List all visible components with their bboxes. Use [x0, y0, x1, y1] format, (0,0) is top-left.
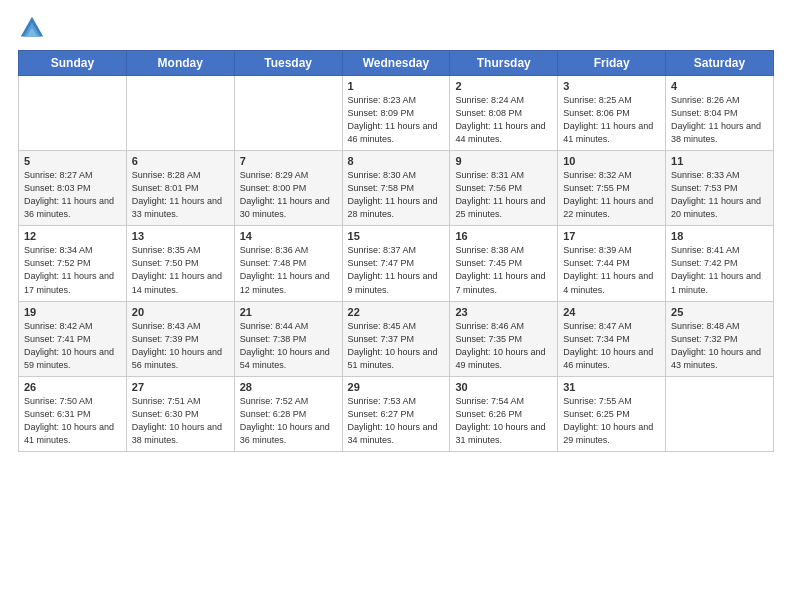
day-info: Sunrise: 8:41 AM Sunset: 7:42 PM Dayligh…	[671, 244, 768, 296]
calendar-day-cell: 31Sunrise: 7:55 AM Sunset: 6:25 PM Dayli…	[558, 376, 666, 451]
day-number: 21	[240, 306, 337, 318]
day-info: Sunrise: 7:53 AM Sunset: 6:27 PM Dayligh…	[348, 395, 445, 447]
day-number: 27	[132, 381, 229, 393]
day-info: Sunrise: 7:55 AM Sunset: 6:25 PM Dayligh…	[563, 395, 660, 447]
calendar-day-cell: 15Sunrise: 8:37 AM Sunset: 7:47 PM Dayli…	[342, 226, 450, 301]
day-header-tuesday: Tuesday	[234, 51, 342, 76]
day-number: 6	[132, 155, 229, 167]
day-info: Sunrise: 8:23 AM Sunset: 8:09 PM Dayligh…	[348, 94, 445, 146]
day-info: Sunrise: 7:50 AM Sunset: 6:31 PM Dayligh…	[24, 395, 121, 447]
day-number: 15	[348, 230, 445, 242]
day-info: Sunrise: 8:47 AM Sunset: 7:34 PM Dayligh…	[563, 320, 660, 372]
day-info: Sunrise: 8:24 AM Sunset: 8:08 PM Dayligh…	[455, 94, 552, 146]
calendar-day-cell: 13Sunrise: 8:35 AM Sunset: 7:50 PM Dayli…	[126, 226, 234, 301]
day-info: Sunrise: 8:45 AM Sunset: 7:37 PM Dayligh…	[348, 320, 445, 372]
calendar-day-cell: 27Sunrise: 7:51 AM Sunset: 6:30 PM Dayli…	[126, 376, 234, 451]
calendar-day-cell: 16Sunrise: 8:38 AM Sunset: 7:45 PM Dayli…	[450, 226, 558, 301]
day-number: 25	[671, 306, 768, 318]
day-number: 23	[455, 306, 552, 318]
day-number: 19	[24, 306, 121, 318]
calendar-week-row: 26Sunrise: 7:50 AM Sunset: 6:31 PM Dayli…	[19, 376, 774, 451]
day-number: 9	[455, 155, 552, 167]
calendar-day-cell: 21Sunrise: 8:44 AM Sunset: 7:38 PM Dayli…	[234, 301, 342, 376]
calendar-day-cell: 19Sunrise: 8:42 AM Sunset: 7:41 PM Dayli…	[19, 301, 127, 376]
calendar-day-cell: 9Sunrise: 8:31 AM Sunset: 7:56 PM Daylig…	[450, 151, 558, 226]
calendar-day-cell: 4Sunrise: 8:26 AM Sunset: 8:04 PM Daylig…	[666, 76, 774, 151]
header	[18, 10, 774, 42]
day-info: Sunrise: 8:29 AM Sunset: 8:00 PM Dayligh…	[240, 169, 337, 221]
day-info: Sunrise: 8:28 AM Sunset: 8:01 PM Dayligh…	[132, 169, 229, 221]
day-number: 7	[240, 155, 337, 167]
day-number: 12	[24, 230, 121, 242]
calendar-day-cell: 18Sunrise: 8:41 AM Sunset: 7:42 PM Dayli…	[666, 226, 774, 301]
day-info: Sunrise: 8:34 AM Sunset: 7:52 PM Dayligh…	[24, 244, 121, 296]
day-number: 14	[240, 230, 337, 242]
day-info: Sunrise: 8:43 AM Sunset: 7:39 PM Dayligh…	[132, 320, 229, 372]
day-number: 4	[671, 80, 768, 92]
day-info: Sunrise: 7:51 AM Sunset: 6:30 PM Dayligh…	[132, 395, 229, 447]
day-info: Sunrise: 8:36 AM Sunset: 7:48 PM Dayligh…	[240, 244, 337, 296]
day-info: Sunrise: 8:33 AM Sunset: 7:53 PM Dayligh…	[671, 169, 768, 221]
day-number: 29	[348, 381, 445, 393]
calendar-week-row: 1Sunrise: 8:23 AM Sunset: 8:09 PM Daylig…	[19, 76, 774, 151]
calendar-day-cell: 17Sunrise: 8:39 AM Sunset: 7:44 PM Dayli…	[558, 226, 666, 301]
day-number: 20	[132, 306, 229, 318]
calendar-day-cell: 5Sunrise: 8:27 AM Sunset: 8:03 PM Daylig…	[19, 151, 127, 226]
day-number: 8	[348, 155, 445, 167]
calendar-day-cell: 30Sunrise: 7:54 AM Sunset: 6:26 PM Dayli…	[450, 376, 558, 451]
day-info: Sunrise: 8:26 AM Sunset: 8:04 PM Dayligh…	[671, 94, 768, 146]
day-number: 31	[563, 381, 660, 393]
day-header-monday: Monday	[126, 51, 234, 76]
calendar-day-cell: 20Sunrise: 8:43 AM Sunset: 7:39 PM Dayli…	[126, 301, 234, 376]
calendar-empty-cell	[234, 76, 342, 151]
day-info: Sunrise: 7:54 AM Sunset: 6:26 PM Dayligh…	[455, 395, 552, 447]
calendar-day-cell: 24Sunrise: 8:47 AM Sunset: 7:34 PM Dayli…	[558, 301, 666, 376]
day-number: 30	[455, 381, 552, 393]
day-info: Sunrise: 8:39 AM Sunset: 7:44 PM Dayligh…	[563, 244, 660, 296]
calendar-day-cell: 22Sunrise: 8:45 AM Sunset: 7:37 PM Dayli…	[342, 301, 450, 376]
day-info: Sunrise: 8:37 AM Sunset: 7:47 PM Dayligh…	[348, 244, 445, 296]
day-number: 10	[563, 155, 660, 167]
calendar-day-cell: 10Sunrise: 8:32 AM Sunset: 7:55 PM Dayli…	[558, 151, 666, 226]
day-number: 16	[455, 230, 552, 242]
calendar-day-cell: 3Sunrise: 8:25 AM Sunset: 8:06 PM Daylig…	[558, 76, 666, 151]
day-number: 3	[563, 80, 660, 92]
day-number: 13	[132, 230, 229, 242]
calendar-empty-cell	[19, 76, 127, 151]
calendar-day-cell: 12Sunrise: 8:34 AM Sunset: 7:52 PM Dayli…	[19, 226, 127, 301]
day-number: 22	[348, 306, 445, 318]
day-number: 5	[24, 155, 121, 167]
calendar-empty-cell	[666, 376, 774, 451]
calendar-day-cell: 11Sunrise: 8:33 AM Sunset: 7:53 PM Dayli…	[666, 151, 774, 226]
calendar-day-cell: 6Sunrise: 8:28 AM Sunset: 8:01 PM Daylig…	[126, 151, 234, 226]
day-header-saturday: Saturday	[666, 51, 774, 76]
day-info: Sunrise: 8:35 AM Sunset: 7:50 PM Dayligh…	[132, 244, 229, 296]
day-number: 18	[671, 230, 768, 242]
calendar-day-cell: 29Sunrise: 7:53 AM Sunset: 6:27 PM Dayli…	[342, 376, 450, 451]
day-info: Sunrise: 7:52 AM Sunset: 6:28 PM Dayligh…	[240, 395, 337, 447]
calendar-day-cell: 23Sunrise: 8:46 AM Sunset: 7:35 PM Dayli…	[450, 301, 558, 376]
day-number: 2	[455, 80, 552, 92]
day-number: 24	[563, 306, 660, 318]
day-header-sunday: Sunday	[19, 51, 127, 76]
calendar-day-cell: 14Sunrise: 8:36 AM Sunset: 7:48 PM Dayli…	[234, 226, 342, 301]
logo	[18, 14, 50, 42]
day-info: Sunrise: 8:38 AM Sunset: 7:45 PM Dayligh…	[455, 244, 552, 296]
page: SundayMondayTuesdayWednesdayThursdayFrid…	[0, 0, 792, 612]
day-info: Sunrise: 8:48 AM Sunset: 7:32 PM Dayligh…	[671, 320, 768, 372]
day-number: 17	[563, 230, 660, 242]
day-info: Sunrise: 8:42 AM Sunset: 7:41 PM Dayligh…	[24, 320, 121, 372]
day-number: 26	[24, 381, 121, 393]
calendar-week-row: 19Sunrise: 8:42 AM Sunset: 7:41 PM Dayli…	[19, 301, 774, 376]
day-number: 28	[240, 381, 337, 393]
day-info: Sunrise: 8:44 AM Sunset: 7:38 PM Dayligh…	[240, 320, 337, 372]
calendar-day-cell: 28Sunrise: 7:52 AM Sunset: 6:28 PM Dayli…	[234, 376, 342, 451]
calendar-table: SundayMondayTuesdayWednesdayThursdayFrid…	[18, 50, 774, 452]
day-info: Sunrise: 8:46 AM Sunset: 7:35 PM Dayligh…	[455, 320, 552, 372]
calendar-empty-cell	[126, 76, 234, 151]
calendar-day-cell: 1Sunrise: 8:23 AM Sunset: 8:09 PM Daylig…	[342, 76, 450, 151]
day-info: Sunrise: 8:25 AM Sunset: 8:06 PM Dayligh…	[563, 94, 660, 146]
day-info: Sunrise: 8:27 AM Sunset: 8:03 PM Dayligh…	[24, 169, 121, 221]
day-number: 1	[348, 80, 445, 92]
calendar-day-cell: 2Sunrise: 8:24 AM Sunset: 8:08 PM Daylig…	[450, 76, 558, 151]
